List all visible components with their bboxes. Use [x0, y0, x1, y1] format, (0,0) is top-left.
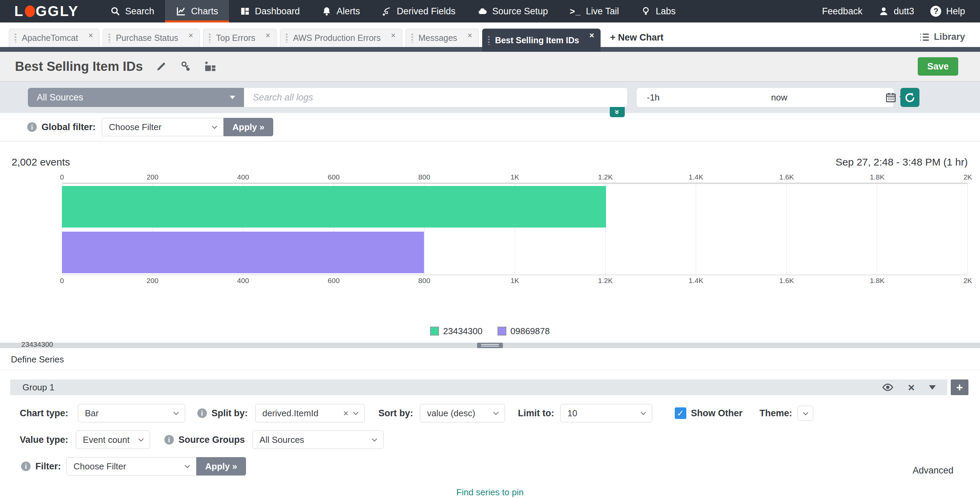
- remove-group-icon[interactable]: ×: [908, 381, 915, 393]
- help-icon: ?: [930, 6, 941, 17]
- loggly-logo[interactable]: LGGLY: [14, 0, 79, 22]
- nav-item-live-tail[interactable]: >_Live Tail: [559, 0, 630, 22]
- advanced-link[interactable]: Advanced: [913, 465, 953, 476]
- series-filter-apply-button[interactable]: Apply »: [196, 457, 246, 476]
- axis-tick: 2K: [963, 276, 972, 285]
- tab-aws-production-errors[interactable]: AWS Production Errors×: [280, 29, 402, 47]
- new-chart-label: + New Chart: [610, 32, 663, 43]
- save-button[interactable]: Save: [918, 57, 958, 76]
- tab-purchase-status[interactable]: Purchase Status×: [103, 29, 199, 47]
- nav-item-derived-fields[interactable]: Derived Fields: [371, 0, 466, 22]
- add-to-dashboard-icon[interactable]: [204, 60, 216, 73]
- global-filter-row: i Global filter: Choose Filter Apply »: [0, 113, 980, 142]
- bar-23434300[interactable]: [62, 186, 606, 228]
- add-group-button[interactable]: +: [951, 380, 969, 395]
- chart-type-label: Chart type:: [20, 408, 68, 419]
- show-other-checkbox[interactable]: ✓: [675, 407, 686, 419]
- axis-tick: 1.4K: [689, 276, 703, 285]
- chart-resize-splitter[interactable]: [0, 343, 980, 348]
- search-input[interactable]: [244, 88, 627, 107]
- chevron-down-icon: [640, 410, 646, 415]
- define-series-heading: Define Series: [0, 348, 980, 370]
- refresh-button[interactable]: [900, 88, 920, 107]
- chart-tab-bar: ApacheTomcat×Purchase Status×Top Errors×…: [0, 22, 980, 52]
- charts-icon: [176, 6, 186, 16]
- drag-handle-icon[interactable]: [411, 34, 413, 43]
- drag-handle-icon[interactable]: [488, 36, 490, 45]
- theme-select[interactable]: [798, 406, 813, 421]
- split-by-combo[interactable]: derived.ItemId ×: [255, 404, 365, 422]
- expand-search-button[interactable]: »: [610, 107, 625, 117]
- nav-item-dashboard[interactable]: Dashboard: [229, 0, 311, 22]
- user-menu[interactable]: dutt3: [878, 6, 914, 17]
- sort-by-select[interactable]: value (desc): [420, 404, 505, 422]
- close-icon[interactable]: ×: [266, 31, 270, 40]
- time-range-label: Sep 27, 2:48 - 3:48 PM (1 hr): [835, 156, 968, 168]
- find-series-to-pin-link[interactable]: Find series to pin: [0, 487, 980, 498]
- drag-handle-icon[interactable]: [108, 34, 110, 43]
- collapse-group-icon[interactable]: [929, 385, 936, 389]
- tab-top-errors[interactable]: Top Errors×: [203, 29, 277, 47]
- tab-best-selling-item-ids[interactable]: Best Selling Item IDs×: [482, 29, 601, 52]
- help-label: Help: [946, 6, 965, 17]
- legend-item-09869878[interactable]: 09869878: [498, 326, 550, 337]
- axis-tick: 1.8K: [870, 276, 885, 285]
- x-axis-top: 02004006008001K1.2K1.4K1.6K1.8K2K: [62, 172, 968, 183]
- bar-09869878[interactable]: [62, 231, 424, 273]
- info-icon: i: [164, 435, 174, 445]
- nav-item-charts[interactable]: Charts: [165, 0, 229, 22]
- feedback-link[interactable]: Feedback: [822, 6, 862, 17]
- nav-item-labs[interactable]: Labs: [630, 0, 687, 22]
- refresh-icon: [904, 91, 916, 104]
- feedback-label: Feedback: [822, 6, 862, 17]
- chevron-down-icon: [353, 410, 359, 415]
- drag-handle-icon[interactable]: [286, 34, 288, 43]
- time-from-input[interactable]: [637, 92, 761, 103]
- toggle-visibility-icon[interactable]: [882, 381, 894, 393]
- api-key-icon[interactable]: [180, 61, 191, 72]
- drag-handle-icon[interactable]: [14, 34, 16, 43]
- series-filter-select[interactable]: Choose Filter: [66, 457, 196, 476]
- close-icon[interactable]: ×: [189, 31, 193, 40]
- source-group-dropdown[interactable]: All Sources: [28, 88, 244, 107]
- global-filter-label: Global filter:: [41, 122, 95, 132]
- global-filter-apply-button[interactable]: Apply »: [224, 118, 273, 136]
- edit-title-icon[interactable]: [156, 61, 167, 72]
- close-icon[interactable]: ×: [468, 31, 472, 40]
- axis-tick: 1.2K: [598, 276, 613, 285]
- series-row-value-type: Value type: Event count i Source Groups …: [0, 431, 980, 449]
- library-button[interactable]: Library: [920, 32, 965, 42]
- group-row: Group 1 × +: [10, 380, 969, 395]
- group-header[interactable]: Group 1 ×: [10, 380, 947, 395]
- tab-messages[interactable]: Messages×: [406, 29, 479, 47]
- close-icon[interactable]: ×: [88, 31, 93, 40]
- help-link[interactable]: ? Help: [930, 6, 965, 17]
- time-to-input[interactable]: [761, 92, 885, 103]
- limit-to-select[interactable]: 10: [560, 404, 652, 422]
- legend-item-23434300[interactable]: 23434300: [430, 326, 482, 337]
- drag-handle[interactable]: [477, 343, 503, 348]
- limit-to-value: 10: [568, 408, 578, 419]
- new-chart-button[interactable]: + New Chart: [610, 32, 663, 43]
- nav-item-alerts[interactable]: Alerts: [311, 0, 371, 22]
- clear-icon[interactable]: ×: [343, 409, 348, 418]
- tab-apachetomcat[interactable]: ApacheTomcat×: [9, 29, 99, 47]
- top-nav: LGGLY SearchChartsDashboardAlertsDerived…: [0, 0, 980, 22]
- show-other-label: Show Other: [691, 408, 743, 419]
- nav-item-search[interactable]: Search: [99, 0, 165, 22]
- axis-tick: 800: [418, 173, 430, 181]
- close-icon[interactable]: ×: [589, 31, 594, 40]
- dashboard-icon: [240, 6, 250, 16]
- chart-type-select[interactable]: Bar: [78, 404, 185, 422]
- series-row-chart-type: Chart type: Bar i Split by: derived.Item…: [0, 404, 980, 422]
- double-chevron-down-icon: »: [613, 110, 621, 114]
- drag-handle-icon[interactable]: [209, 34, 211, 43]
- nav-item-source-setup[interactable]: Source Setup: [466, 0, 559, 22]
- tabs: ApacheTomcat×Purchase Status×Top Errors×…: [9, 29, 604, 52]
- chart-section: 2,002 events Sep 27, 2:48 - 3:48 PM (1 h…: [0, 142, 980, 338]
- source-groups-select[interactable]: All Sources: [253, 431, 383, 449]
- global-filter-select[interactable]: Choose Filter: [102, 118, 224, 136]
- close-icon[interactable]: ×: [391, 31, 396, 40]
- value-type-select[interactable]: Event count: [76, 431, 150, 449]
- source-groups-label: Source Groups: [179, 435, 245, 445]
